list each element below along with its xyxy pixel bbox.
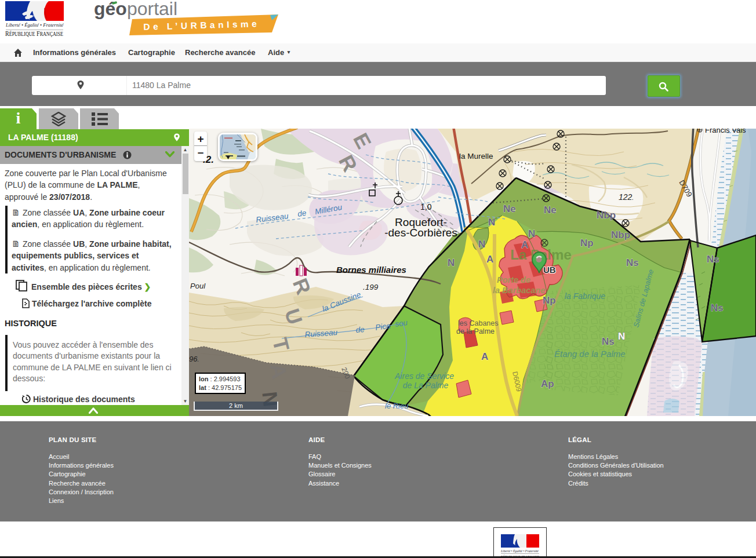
svg-text:Np: Np — [543, 295, 556, 306]
svg-text:Bornes milliaires: Bornes milliaires — [336, 265, 406, 275]
svg-text:N: N — [618, 331, 625, 342]
svg-text:la Barbacane: la Barbacane — [493, 286, 545, 295]
svg-text:1,0: 1,0 — [420, 202, 432, 211]
svg-text:Porte de: Porte de — [497, 275, 530, 285]
svg-text:A: A — [486, 254, 493, 265]
svg-text:de: de — [297, 209, 307, 218]
svg-text:N: N — [478, 239, 485, 250]
svg-text:Ns: Ns — [602, 336, 615, 347]
svg-text:N: N — [488, 217, 495, 228]
svg-text:de La Palme: de La Palme — [403, 381, 449, 390]
svg-text:Liberté • Égalité • Fraternité: Liberté • Égalité • Fraternité — [500, 549, 539, 553]
svg-text:Étang de la Palme: Étang de la Palme — [554, 349, 626, 359]
svg-text:Ap: Ap — [541, 378, 554, 389]
svg-text:Francis Vals: Francis Vals — [705, 129, 746, 134]
svg-text:la Fabrique: la Fabrique — [565, 291, 605, 301]
svg-text:Nbp: Nbp — [611, 229, 630, 240]
svg-text:122.: 122. — [619, 192, 634, 202]
svg-text:96.: 96. — [189, 355, 199, 363]
svg-text:Nbp: Nbp — [597, 210, 616, 221]
svg-text:de: de — [355, 325, 365, 334]
svg-text:N: N — [528, 228, 535, 239]
svg-text:Ns: Ns — [626, 257, 639, 268]
svg-text:les Cabanes: les Cabanes — [458, 319, 499, 327]
svg-text:Ne: Ne — [544, 205, 557, 216]
svg-text:Poul: Poul — [190, 282, 206, 290]
svg-text:UB: UB — [543, 265, 556, 275]
svg-text:Ns: Ns — [711, 302, 724, 313]
svg-text:le Rieu: le Rieu — [385, 402, 408, 410]
svg-text:la Murelle: la Murelle — [459, 152, 493, 161]
svg-text:.199: .199 — [363, 283, 379, 291]
svg-text:Np: Np — [580, 238, 594, 249]
svg-text:Aires de Service: Aires de Service — [394, 371, 454, 381]
svg-text:Liberté • Égalité • Fraternité: Liberté • Égalité • Fraternité — [5, 22, 64, 28]
svg-text:-des-Corbières: -des-Corbières — [384, 227, 457, 239]
svg-text:RÉPUBLIQUE FRANÇAISE: RÉPUBLIQUE FRANÇAISE — [5, 30, 63, 37]
svg-text:N: N — [448, 257, 455, 268]
svg-text:sou: sou — [394, 318, 408, 329]
svg-text:A: A — [481, 351, 488, 362]
svg-text:de la Palme: de la Palme — [456, 327, 495, 335]
svg-text:Ns: Ns — [707, 254, 719, 265]
svg-text:Ne: Ne — [503, 203, 516, 214]
